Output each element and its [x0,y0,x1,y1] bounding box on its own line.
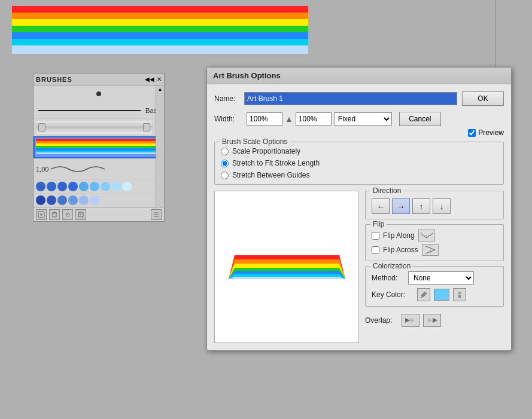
flip-group: Flip Flip Along Flip Across [365,224,504,261]
brush-item-rainbow-selected[interactable] [34,136,164,158]
preview-checkbox[interactable] [468,129,476,137]
brush-item-airbrush[interactable] [34,119,164,136]
flip-along-label: Flip Along [383,231,415,240]
svg-rect-17 [78,212,83,217]
dot-sky1 [111,182,121,191]
airbrush-shape [36,121,153,134]
brush-item-basic[interactable]: Basic [34,102,164,119]
brush-dots-row1[interactable] [34,180,164,194]
width-input2[interactable] [296,112,332,126]
brush-menu-button[interactable] [151,209,162,220]
flip-along-checkbox[interactable] [372,232,379,240]
ok-button[interactable]: OK [462,91,504,106]
dot-lightblue1 [79,182,89,191]
overlap-left-icon [404,316,417,325]
rainbow-svg [12,6,308,54]
svg-rect-6 [12,45,308,54]
key-color-swatch[interactable] [434,289,449,301]
open-library-button[interactable] [75,209,86,220]
stretch-to-fit-label: Stretch to Fit Stroke Length [232,159,320,167]
dot-lightblue3 [101,182,110,191]
flip-across-checkbox[interactable] [372,246,379,254]
tips-button[interactable] [453,288,466,301]
menu-icon [153,211,160,218]
stretch-between-row: Stretch Between Guides [221,171,497,179]
delete-brush-button[interactable] [49,209,60,220]
brushes-scrollbar[interactable]: ▲ [156,85,164,207]
airbrush-right-knob [143,123,150,131]
overlap-left-button[interactable] [402,314,419,327]
dot-darkblue2 [47,195,56,205]
flip-along-row: Flip Along [372,230,497,241]
method-select[interactable]: None Tints Tints and Shades Hue Shift [408,271,474,285]
brushes-toolbar [34,207,164,221]
stretch-to-fit-radio[interactable] [221,160,229,167]
svg-rect-8 [36,141,156,143]
colorization-group: Colorization Method: None Tints Tints an… [365,266,504,307]
brushes-panel-header: BRUSHES ◀◀ ✕ [34,74,164,85]
dot-lavender [90,195,99,205]
overlap-right-button[interactable] [423,314,441,327]
colorization-label: Colorization [370,262,413,270]
svg-rect-27 [235,264,339,268]
dot-medblue2 [68,195,78,205]
overlap-row: Overlap: [365,314,504,327]
brushes-collapse-icon[interactable]: ◀◀ [145,76,154,82]
width-method-select[interactable]: Fixed Pressure Stylus Wheel Random [334,112,392,126]
svg-rect-4 [12,32,308,39]
direction-left-button[interactable]: ← [372,198,390,214]
svg-rect-10 [36,146,156,148]
brushes-panel-title: BRUSHES [36,76,72,83]
key-color-label: Key Color: [372,290,414,299]
eyedropper-button[interactable] [417,288,430,301]
direction-up-button[interactable]: ↑ [412,198,430,214]
svg-rect-3 [12,26,308,32]
name-input[interactable] [244,92,457,105]
brush-item-calligraphy[interactable]: 1,00 [34,158,164,180]
direction-buttons: ← → ↑ ↓ [372,198,497,214]
flip-across-row: Flip Across [372,244,497,256]
brush-preview-area [214,191,359,343]
tips-icon [455,290,464,299]
flip-along-icon [418,230,435,241]
dot-sky2 [122,182,132,191]
scroll-up-arrow[interactable]: ▲ [157,85,164,93]
dot-darkblue1 [36,195,45,205]
svg-rect-28 [235,268,339,271]
brush-dot-icon [96,91,101,96]
flip-across-svg [423,245,437,255]
brushes-header-icons: ◀◀ ✕ [145,76,162,82]
direction-right-button[interactable]: → [392,198,410,214]
svg-point-33 [458,292,461,294]
brush-item-dot[interactable] [34,85,164,102]
brushes-menu-icon[interactable]: ✕ [157,76,162,82]
airbrush-left-knob [38,123,45,131]
name-row: Name: OK [214,91,504,106]
dot-blue3 [57,182,67,191]
svg-rect-31 [235,277,339,279]
cancel-button[interactable]: Cancel [399,112,441,126]
svg-rect-29 [235,271,339,274]
svg-rect-1 [12,13,308,19]
new-brush-button[interactable] [36,209,47,220]
brush-dots-row2[interactable] [34,194,164,207]
svg-rect-0 [12,6,308,13]
brushes-panel: BRUSHES ◀◀ ✕ ▲ Basic [33,73,165,222]
options-button[interactable] [62,209,73,220]
stretch-to-fit-row: Stretch to Fit Stroke Length [221,159,497,167]
dot-medblue [57,195,67,205]
svg-rect-7 [36,139,156,141]
stretch-between-radio[interactable] [221,172,229,179]
direction-down-button[interactable]: ↓ [433,198,451,214]
options-icon [64,211,71,218]
overlap-right-icon [425,316,439,325]
flip-label: Flip [370,220,387,228]
scale-proportionately-label: Scale Proportionately [232,147,300,155]
new-icon [38,211,45,218]
dialog-titlebar: Art Brush Options [207,68,511,84]
width-input1[interactable] [247,112,282,126]
brush-scale-options-group: Brush Scale Options Scale Proportionatel… [214,142,504,185]
method-row: Method: None Tints Tints and Shades Hue … [372,271,497,285]
scale-proportionately-radio[interactable] [221,148,229,155]
width-row: Width: ▲ Fixed Pressure Stylus Wheel Ran… [214,112,504,126]
